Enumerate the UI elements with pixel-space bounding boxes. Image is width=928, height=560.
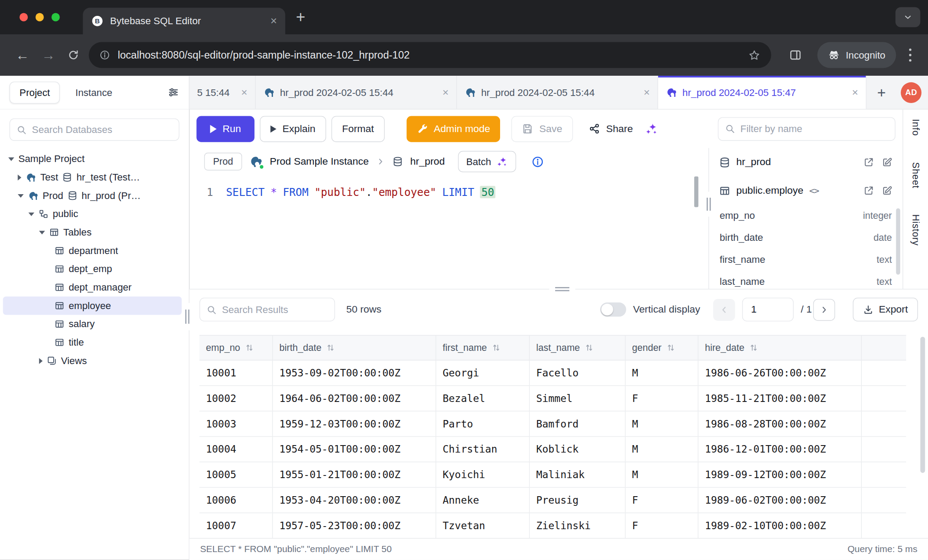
cell[interactable]: Kyoichi: [436, 462, 530, 487]
filter-box[interactable]: [718, 117, 895, 141]
cell[interactable]: Tzvetan: [436, 513, 530, 538]
table-row[interactable]: 10007 1957-05-23T00:00:00Z Tzvetan Zieli…: [199, 513, 906, 539]
rail-tab-history[interactable]: History: [910, 214, 921, 246]
save-button[interactable]: Save: [512, 116, 573, 142]
cell[interactable]: 1989-02-10T00:00:00Z: [698, 513, 862, 538]
schema-scrollbar[interactable]: [896, 208, 900, 275]
column-row[interactable]: birth_date date: [709, 227, 903, 249]
table-row[interactable]: 10005 1955-01-21T00:00:00Z Kyoichi Malin…: [199, 462, 906, 488]
rail-tab-info[interactable]: Info: [910, 119, 921, 136]
close-tab-icon[interactable]: ×: [852, 86, 858, 99]
column-header[interactable]: hire_date: [698, 335, 862, 360]
side-panel-icon[interactable]: [789, 48, 802, 62]
ai-sparkles-icon[interactable]: [645, 122, 659, 136]
cell[interactable]: 10005: [199, 462, 273, 487]
browser-menu-button[interactable]: [902, 47, 919, 63]
sort-icon[interactable]: [749, 343, 758, 352]
sql-code-line[interactable]: 1 SELECT * FROM "public"."employee" LIMI…: [189, 183, 708, 200]
edit-icon[interactable]: [882, 185, 892, 196]
cell[interactable]: 1986-08-28T00:00:00Z: [698, 411, 862, 436]
cell[interactable]: 10004: [199, 437, 273, 461]
table-row[interactable]: 10003 1959-12-03T00:00:00Z Parto Bamford…: [199, 411, 906, 437]
table-row[interactable]: 10004 1954-05-01T00:00:00Z Chirstian Kob…: [199, 437, 906, 462]
cell[interactable]: 1954-05-01T00:00:00Z: [273, 437, 436, 461]
cell[interactable]: 1989-09-12T00:00:00Z: [698, 462, 862, 487]
cell[interactable]: 1953-09-02T00:00:00Z: [273, 361, 436, 385]
cell[interactable]: Zielinski: [530, 513, 626, 538]
explain-button[interactable]: Explain: [260, 116, 326, 142]
sql-code-editor[interactable]: 1 SELECT * FROM "public"."employee" LIMI…: [189, 175, 708, 289]
tree-item-table-employee-selected[interactable]: employee: [3, 297, 182, 315]
sort-icon[interactable]: [492, 343, 501, 352]
code-icon[interactable]: <>: [809, 185, 819, 196]
cell[interactable]: 10001: [199, 361, 273, 385]
cell[interactable]: M: [626, 462, 698, 487]
instance-name[interactable]: Prod Sample Instance: [270, 156, 369, 168]
caret-down-icon[interactable]: [29, 212, 34, 216]
column-header[interactable]: birth_date: [273, 335, 436, 360]
cell[interactable]: 1985-11-21T00:00:00Z: [698, 386, 862, 411]
tree-item-table-department[interactable]: department: [0, 242, 189, 260]
tree-item-table-dept-manager[interactable]: dept_manager: [0, 278, 189, 297]
cell[interactable]: Preusig: [530, 488, 626, 512]
results-resize-handle[interactable]: [549, 285, 575, 293]
close-tab-icon[interactable]: ×: [644, 86, 650, 99]
database-name[interactable]: hr_prod: [410, 156, 445, 168]
site-info-icon[interactable]: [99, 50, 110, 60]
close-tab-icon[interactable]: ×: [442, 86, 449, 99]
caret-down-icon[interactable]: [8, 157, 14, 161]
tree-item-test-instance[interactable]: Test hr_test (Test…: [0, 168, 189, 187]
cell[interactable]: 10002: [199, 386, 273, 411]
tree-item-table-title[interactable]: title: [0, 333, 189, 352]
cell[interactable]: 1959-12-03T00:00:00Z: [273, 411, 436, 436]
sort-icon[interactable]: [585, 343, 593, 352]
cell[interactable]: 1986-12-01T00:00:00Z: [698, 437, 862, 461]
caret-right-icon[interactable]: [18, 174, 21, 180]
sort-icon[interactable]: [667, 343, 675, 352]
worksheet-tab-active[interactable]: hr_prod 2024-02-05 15:47 ×: [658, 76, 866, 109]
rail-tab-sheet[interactable]: Sheet: [910, 162, 921, 188]
column-row[interactable]: first_name text: [709, 249, 903, 271]
forward-button[interactable]: →: [36, 47, 62, 63]
tree-item-schema-public[interactable]: public: [0, 205, 189, 223]
cell[interactable]: 10006: [199, 488, 273, 512]
worksheet-tab[interactable]: 5 15:44 ×: [189, 76, 256, 109]
back-button[interactable]: ←: [10, 47, 36, 63]
cell[interactable]: Maliniak: [530, 462, 626, 487]
external-link-icon[interactable]: [863, 185, 874, 196]
column-row[interactable]: last_name text: [709, 270, 903, 289]
url-bar[interactable]: localhost:8080/sql-editor/prod-sample-in…: [89, 42, 771, 68]
cell[interactable]: 10003: [199, 411, 273, 436]
format-button[interactable]: Format: [331, 116, 385, 142]
results-search-input[interactable]: [222, 304, 328, 315]
cell[interactable]: 1986-06-26T00:00:00Z: [698, 361, 862, 385]
cell[interactable]: 10007: [199, 513, 273, 538]
environment-badge[interactable]: Prod: [204, 153, 242, 170]
worksheet-tab[interactable]: hr_prod 2024-02-05 15:44 ×: [256, 76, 457, 109]
cell[interactable]: M: [626, 437, 698, 461]
cell[interactable]: 1955-01-21T00:00:00Z: [273, 462, 436, 487]
minimize-window-button[interactable]: [36, 13, 44, 22]
cell[interactable]: M: [626, 361, 698, 385]
url-text[interactable]: localhost:8080/sql-editor/prod-sample-in…: [118, 49, 740, 61]
database-search-input[interactable]: [32, 124, 173, 136]
tree-item-table-dept-emp[interactable]: dept_emp: [0, 260, 189, 278]
cell[interactable]: Parto: [436, 411, 530, 436]
schema-table-row[interactable]: public.employe <>: [709, 177, 903, 205]
caret-down-icon[interactable]: [18, 194, 23, 197]
tree-item-table-salary[interactable]: salary: [0, 315, 189, 333]
vertical-display-toggle[interactable]: [600, 302, 626, 317]
tree-item-prod-instance[interactable]: Prod hr_prod (Pr…: [0, 186, 189, 205]
user-avatar[interactable]: AD: [901, 82, 921, 103]
table-row[interactable]: 10006 1953-04-20T00:00:00Z Anneke Preusi…: [199, 488, 906, 513]
caret-right-icon[interactable]: [39, 358, 43, 364]
admin-mode-button[interactable]: Admin mode: [406, 116, 500, 142]
cell[interactable]: 1989-06-02T00:00:00Z: [698, 488, 862, 512]
page-input[interactable]: [742, 298, 794, 321]
prev-page-button[interactable]: [713, 298, 735, 321]
new-worksheet-button[interactable]: +: [877, 84, 886, 101]
cell[interactable]: M: [626, 411, 698, 436]
caret-down-icon[interactable]: [39, 231, 45, 234]
cell[interactable]: Simmel: [530, 386, 626, 411]
share-button[interactable]: Share: [582, 116, 640, 142]
